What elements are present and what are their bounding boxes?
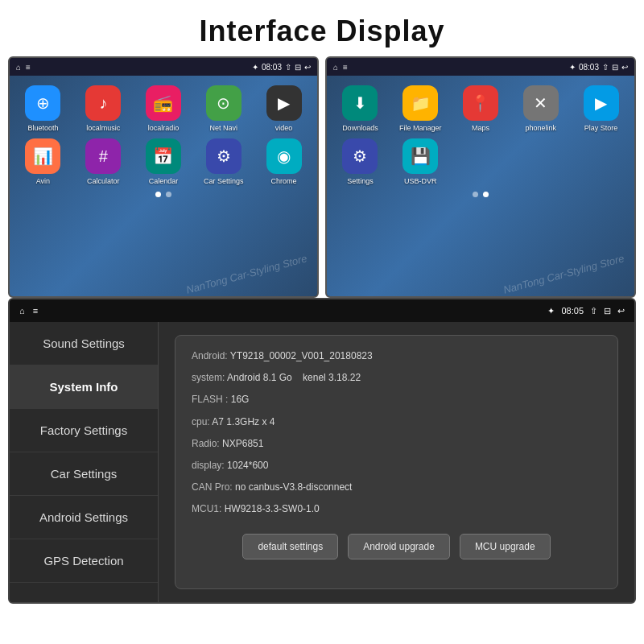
display-row: display: 1024*600 xyxy=(192,458,601,473)
app-img: 📊 xyxy=(25,138,60,174)
can-row: CAN Pro: no canbus-V3.8-disconnect xyxy=(192,480,601,495)
menu-icon-2: ≡ xyxy=(343,63,348,72)
sidebar-item-car-settings[interactable]: Car Settings xyxy=(10,452,158,496)
default-settings-button[interactable]: default settings xyxy=(242,534,338,559)
main-home-icon: ⌂ xyxy=(19,306,25,316)
info-panel: NanTong Car-Styling Store Android: YT921… xyxy=(159,322,634,602)
app-icon-localmusic[interactable]: ♪ localmusic xyxy=(76,85,130,132)
watermark-2: NanTong Car-Styling Store xyxy=(502,252,625,296)
app-icon-filemanager[interactable]: 📁 File Manager xyxy=(394,85,448,132)
statusbar-left-1: ⌂ ≡ xyxy=(16,63,31,72)
display-val-text: 1024*600 xyxy=(227,460,268,471)
app-img: # xyxy=(85,138,121,174)
page-title: Interface Display xyxy=(0,0,644,56)
app-label: phonelink xyxy=(526,124,557,132)
menu-icon-1: ≡ xyxy=(26,63,31,72)
statusbar-right-2: ✦ 08:03 ⇧ ⊟ ↩ xyxy=(569,63,628,72)
app-icon-video[interactable]: ▶ video xyxy=(257,85,311,132)
main-window-icon: ⊟ xyxy=(604,306,611,316)
app-label: localmusic xyxy=(86,124,120,132)
sidebar: Sound SettingsSystem InfoFactory Setting… xyxy=(10,322,159,602)
app-icon-netnavi[interactable]: ⊙ Net Navi xyxy=(196,85,250,132)
sidebar-item-sound-settings[interactable]: Sound Settings xyxy=(10,322,158,365)
app-img: 💾 xyxy=(402,138,438,174)
app-icon-downloads[interactable]: ⬇ Downloads xyxy=(333,85,387,132)
cpu-val-text: A7 1.3GHz x 4 xyxy=(212,416,275,427)
app-icon-localradio[interactable]: 📻 localradio xyxy=(137,85,191,132)
app-label: Bluetooth xyxy=(27,124,58,132)
radio-row: Radio: NXP6851 xyxy=(192,436,601,452)
app-icon-avin[interactable]: 📊 Avin xyxy=(16,138,70,185)
system-val-text: Android 8.1 Go xyxy=(227,372,292,383)
info-card: Android: YT9218_00002_V001_20180823 syst… xyxy=(175,335,618,589)
main-statusbar: ⌂ ≡ ✦ 08:05 ⇧ ⊟ ↩ xyxy=(10,299,634,322)
app-icon-calculator[interactable]: # Calculator xyxy=(76,138,130,185)
app-label: localradio xyxy=(148,124,180,132)
mcu-val-text: HW9218-3.3-SW0-1.0 xyxy=(225,503,320,514)
app-icon-usb-dvr[interactable]: 💾 USB-DVR xyxy=(394,138,448,185)
app-img: 📍 xyxy=(463,85,498,121)
app-icon-playstore[interactable]: ▶ Play Store xyxy=(574,85,628,132)
info-buttons: default settings Android upgrade MCU upg… xyxy=(192,534,601,559)
app-label: Avin xyxy=(36,177,50,185)
app-icon-chrome[interactable]: ◉ Chrome xyxy=(257,138,311,185)
main-screen: ⌂ ≡ ✦ 08:05 ⇧ ⊟ ↩ Sound SettingsSystem I… xyxy=(8,298,636,604)
system-label: system: xyxy=(192,372,225,383)
app-label: Calendar xyxy=(149,177,179,185)
app-label: USB-DVR xyxy=(404,177,437,185)
flash-val-text: 16G xyxy=(231,394,250,405)
flash-row: FLASH : 16G xyxy=(192,392,601,407)
main-time: 08:05 xyxy=(561,306,584,316)
can-val-text: no canbus-V3.8-disconnect xyxy=(235,481,352,493)
app-icon-settings[interactable]: ⚙ Settings xyxy=(333,138,387,185)
app-icon-bluetooth[interactable]: ⊕ Bluetooth xyxy=(16,85,70,132)
sidebar-item-system-info[interactable]: System Info xyxy=(10,365,158,409)
screenshots-row: ⌂ ≡ ✦ 08:03 ⇧ ⊟ ↩ ⊕ Bluetooth ♪ localmus… xyxy=(0,56,644,298)
android-val-text: YT9218_00002_V001_20180823 xyxy=(230,350,373,361)
statusbar-2: ⌂ ≡ ✦ 08:03 ⇧ ⊟ ↩ xyxy=(327,58,634,76)
dot-active-1 xyxy=(155,192,161,197)
screen-content-2: ⬇ Downloads 📁 File Manager 📍 Maps ✕ phon… xyxy=(327,76,634,296)
app-icon-phonelink[interactable]: ✕ phonelink xyxy=(514,85,568,132)
dots-1 xyxy=(155,192,171,197)
app-label: Settings xyxy=(347,177,374,185)
dot-2-1 xyxy=(166,192,171,197)
app-icon-calendar[interactable]: 📅 Calendar xyxy=(137,138,191,185)
radio-val-text: NXP6851 xyxy=(222,438,263,449)
android-upgrade-button[interactable]: Android upgrade xyxy=(348,534,450,559)
bluetooth-icon-1: ✦ xyxy=(252,63,258,72)
app-label: Play Store xyxy=(584,124,618,132)
main-menu-icon: ≡ xyxy=(33,306,38,316)
app-img: ✕ xyxy=(523,85,559,121)
sidebar-item-factory-settings[interactable]: Factory Settings xyxy=(10,409,158,452)
statusbar-left-2: ⌂ ≡ xyxy=(333,63,348,72)
radio-label: Radio: xyxy=(192,438,220,449)
time-2: 08:03 xyxy=(579,63,599,72)
mcu-upgrade-button[interactable]: MCU upgrade xyxy=(460,534,551,559)
display-label: display: xyxy=(192,460,225,471)
watermark-1: NanTong Car-Styling Store xyxy=(185,252,308,296)
app-img: ⊙ xyxy=(206,85,242,121)
app-img: ⚙ xyxy=(206,138,242,174)
app-icon-maps[interactable]: 📍 Maps xyxy=(454,85,508,132)
sidebar-item-gps-detection[interactable]: GPS Detection xyxy=(10,539,158,583)
mcu-label: MCU1: xyxy=(192,503,221,514)
home-icon-1: ⌂ xyxy=(16,63,21,72)
main-bluetooth-icon: ✦ xyxy=(547,306,555,316)
sidebar-item-android-settings[interactable]: Android Settings xyxy=(10,496,158,539)
arrow-icon-1: ⇧ xyxy=(285,63,291,72)
app-label: Car Settings xyxy=(204,177,244,185)
app-img: ◉ xyxy=(266,138,302,174)
app-img: 📁 xyxy=(402,85,438,121)
app-grid-1: ⊕ Bluetooth ♪ localmusic 📻 localradio ⊙ … xyxy=(16,85,311,185)
home-icon-2: ⌂ xyxy=(333,63,338,72)
app-img: ▶ xyxy=(584,85,619,121)
app-img: ▶ xyxy=(266,85,302,121)
can-label: CAN Pro: xyxy=(192,481,233,493)
app-icon-carsettings[interactable]: ⚙ Car Settings xyxy=(196,138,250,185)
statusbar-1: ⌂ ≡ ✦ 08:03 ⇧ ⊟ ↩ xyxy=(10,58,317,76)
screen-frame-1: ⌂ ≡ ✦ 08:03 ⇧ ⊟ ↩ ⊕ Bluetooth ♪ localmus… xyxy=(8,56,319,298)
back-icon-2: ↩ xyxy=(621,63,628,72)
dot-1-2 xyxy=(473,192,478,197)
kenel-label: kenel xyxy=(303,372,326,383)
